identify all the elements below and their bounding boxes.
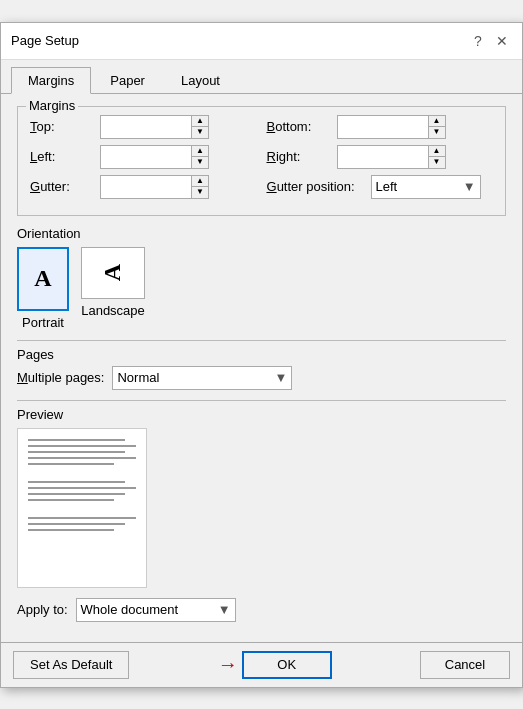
orientation-label: Orientation [17, 226, 506, 241]
preview-line-8 [28, 493, 125, 495]
pages-group: Pages Multiple pages: Normal ▼ [17, 347, 506, 390]
cancel-button[interactable]: Cancel [420, 651, 510, 679]
landscape-icon: A [81, 247, 145, 299]
margins-group-label: Margins [26, 98, 78, 113]
bottom-label: Bottom: [267, 119, 337, 134]
preview-line-1 [28, 439, 125, 441]
preview-spacer [28, 469, 136, 477]
apply-to-arrow-icon: ▼ [218, 602, 231, 617]
gutter-label: Gutter: [30, 179, 100, 194]
preview-line-6 [28, 481, 125, 483]
preview-line-7 [28, 487, 136, 489]
dialog-content: Margins Top: 2 ▲ ▼ [1, 94, 522, 642]
apply-to-label: Apply to: [17, 602, 68, 617]
pages-label: Pages [17, 347, 506, 362]
left-input[interactable]: 3 [101, 146, 191, 168]
ok-wrapper: → OK [218, 651, 332, 679]
bottom-input[interactable]: 2 [338, 116, 428, 138]
ok-button[interactable]: OK [242, 651, 332, 679]
portrait-label: Portrait [22, 315, 64, 330]
ok-arrow-icon: → [218, 653, 238, 676]
tab-paper[interactable]: Paper [93, 67, 162, 94]
tab-layout[interactable]: Layout [164, 67, 237, 94]
preview-line-3 [28, 451, 125, 453]
right-field-row: Right: 3 ▲ ▼ [267, 145, 494, 169]
gutter-position-arrow-icon: ▼ [463, 179, 476, 194]
left-field-row: Left: 3 ▲ ▼ [30, 145, 257, 169]
gutter-position-field-row: Gutter position: Left ▼ [267, 175, 494, 199]
orientation-group: Orientation A Portrait A Landscape [17, 226, 506, 330]
preview-line-12 [28, 529, 114, 531]
left-label: Left: [30, 149, 100, 164]
apply-to-select[interactable]: Whole document ▼ [76, 598, 236, 622]
bottom-spin-up[interactable]: ▲ [429, 116, 445, 127]
gutter-position-select[interactable]: Left ▼ [371, 175, 481, 199]
landscape-label: Landscape [81, 303, 145, 318]
divider-2 [17, 400, 506, 401]
gutter-spin-buttons: ▲ ▼ [191, 176, 208, 198]
landscape-option[interactable]: A Landscape [81, 247, 145, 330]
right-spin-up[interactable]: ▲ [429, 146, 445, 157]
pages-row: Multiple pages: Normal ▼ [17, 366, 506, 390]
divider-1 [17, 340, 506, 341]
apply-to-row: Apply to: Whole document ▼ [17, 598, 506, 622]
bottom-field-row: Bottom: 2 ▲ ▼ [267, 115, 494, 139]
margins-group: Margins Top: 2 ▲ ▼ [17, 106, 506, 216]
close-button[interactable]: ✕ [492, 31, 512, 51]
left-spin-up[interactable]: ▲ [192, 146, 208, 157]
right-spin-down[interactable]: ▼ [429, 157, 445, 168]
tab-bar: Margins Paper Layout [1, 60, 522, 94]
bottom-bar: Set As Default → OK Cancel [1, 642, 522, 687]
tab-margins[interactable]: Margins [11, 67, 91, 94]
preview-line-4 [28, 457, 136, 459]
top-spinbox[interactable]: 2 ▲ ▼ [100, 115, 209, 139]
gutter-field-row: Gutter: 0 cm ▲ ▼ [30, 175, 257, 199]
right-label: Right: [267, 149, 337, 164]
right-spin-buttons: ▲ ▼ [428, 146, 445, 168]
top-spin-buttons: ▲ ▼ [191, 116, 208, 138]
bottom-spin-buttons: ▲ ▼ [428, 116, 445, 138]
left-spinbox[interactable]: 3 ▲ ▼ [100, 145, 209, 169]
portrait-option[interactable]: A Portrait [17, 247, 69, 330]
gutter-spinbox[interactable]: 0 cm ▲ ▼ [100, 175, 209, 199]
orientation-options: A Portrait A Landscape [17, 247, 506, 330]
bottom-spinbox[interactable]: 2 ▲ ▼ [337, 115, 446, 139]
preview-label: Preview [17, 407, 506, 422]
preview-line-5 [28, 463, 114, 465]
preview-line-10 [28, 517, 136, 519]
right-spinbox[interactable]: 3 ▲ ▼ [337, 145, 446, 169]
top-spin-down[interactable]: ▼ [192, 127, 208, 138]
preview-line-2 [28, 445, 136, 447]
top-spin-up[interactable]: ▲ [192, 116, 208, 127]
preview-section: Preview [17, 407, 506, 588]
dialog-title: Page Setup [11, 33, 79, 48]
title-bar-controls: ? ✕ [468, 31, 512, 51]
left-spin-buttons: ▲ ▼ [191, 146, 208, 168]
gutter-spin-down[interactable]: ▼ [192, 187, 208, 198]
left-spin-down[interactable]: ▼ [192, 157, 208, 168]
bottom-spin-down[interactable]: ▼ [429, 127, 445, 138]
set-default-button[interactable]: Set As Default [13, 651, 129, 679]
margins-fields: Top: 2 ▲ ▼ Left: [30, 115, 493, 205]
top-field-row: Top: 2 ▲ ▼ [30, 115, 257, 139]
top-label: Top: [30, 119, 100, 134]
title-bar: Page Setup ? ✕ [1, 23, 522, 60]
portrait-icon: A [17, 247, 69, 311]
multiple-pages-arrow-icon: ▼ [275, 370, 288, 385]
preview-box [17, 428, 147, 588]
multiple-pages-select[interactable]: Normal ▼ [112, 366, 292, 390]
right-input[interactable]: 3 [338, 146, 428, 168]
top-input[interactable]: 2 [101, 116, 191, 138]
preview-spacer-2 [28, 505, 136, 513]
page-setup-dialog: Page Setup ? ✕ Margins Paper Layout Marg… [0, 22, 523, 688]
gutter-spin-up[interactable]: ▲ [192, 176, 208, 187]
gutter-position-label: Gutter position: [267, 179, 367, 194]
preview-line-11 [28, 523, 125, 525]
multiple-pages-label: Multiple pages: [17, 370, 104, 385]
gutter-input[interactable]: 0 cm [101, 176, 191, 198]
preview-line-9 [28, 499, 114, 501]
help-button[interactable]: ? [468, 31, 488, 51]
